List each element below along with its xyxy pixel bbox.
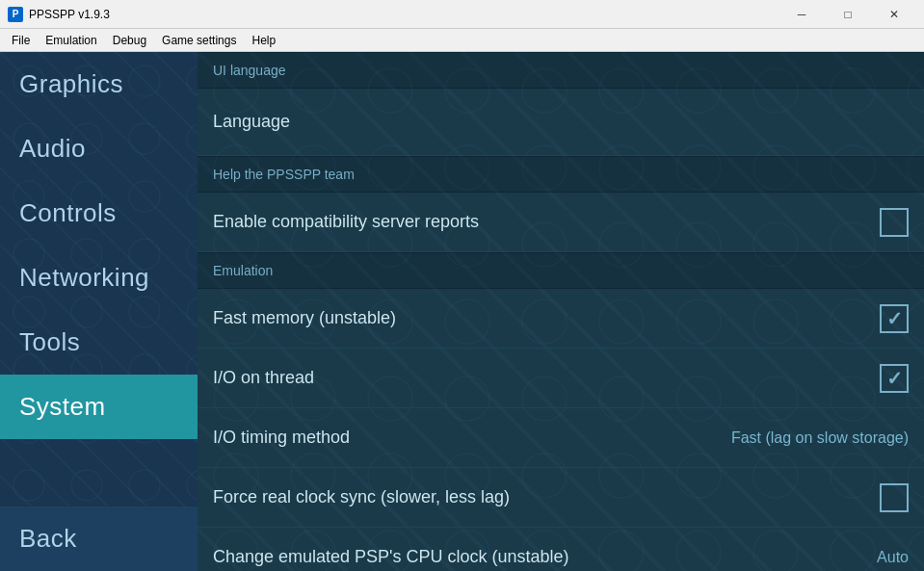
setting-row-io-timing[interactable]: I/O timing method Fast (lag on slow stor… [198, 408, 924, 468]
setting-label-io-thread: I/O on thread [213, 368, 314, 388]
checkbox-io-thread[interactable] [880, 364, 909, 393]
section-header-help: Help the PPSSPP team [198, 156, 924, 193]
maximize-button[interactable]: □ [826, 0, 870, 29]
menu-bar: File Emulation Debug Game settings Help [0, 29, 924, 52]
menu-emulation[interactable]: Emulation [38, 32, 104, 49]
sidebar-item-controls[interactable]: Controls [0, 181, 198, 246]
setting-row-fast-memory[interactable]: Fast memory (unstable) [198, 289, 924, 349]
sidebar-item-tools[interactable]: Tools [0, 310, 198, 375]
setting-value-io-timing: Fast (lag on slow storage) [731, 429, 909, 447]
sidebar: Graphics Audio Controls Networking Tools… [0, 52, 198, 571]
main-content: Graphics Audio Controls Networking Tools… [0, 52, 924, 571]
title-bar: P PPSSPP v1.9.3 ─ □ ✕ [0, 0, 924, 29]
app-title: PPSSPP v1.9.3 [29, 8, 110, 21]
sidebar-item-audio[interactable]: Audio [0, 117, 198, 181]
menu-game-settings[interactable]: Game settings [154, 32, 244, 49]
setting-value-cpu-clock: Auto [877, 549, 909, 566]
setting-label-cpu-clock: Change emulated PSP's CPU clock (unstabl… [213, 547, 569, 567]
setting-row-language[interactable]: Language [198, 89, 924, 156]
sidebar-item-networking[interactable]: Networking [0, 246, 198, 310]
sidebar-item-system[interactable]: System [0, 375, 198, 439]
sidebar-item-back[interactable]: Back [0, 506, 198, 571]
menu-file[interactable]: File [4, 32, 38, 49]
setting-label-compat-server: Enable compatibility server reports [213, 212, 479, 232]
checkbox-compat-server[interactable] [880, 208, 909, 237]
checkbox-fast-memory[interactable] [880, 304, 909, 333]
close-button[interactable]: ✕ [872, 0, 916, 29]
checkbox-clock-sync[interactable] [880, 483, 909, 512]
sidebar-nav: Graphics Audio Controls Networking Tools… [0, 52, 198, 571]
window-controls: ─ □ ✕ [779, 0, 916, 29]
minimize-button[interactable]: ─ [779, 0, 824, 29]
setting-label-io-timing: I/O timing method [213, 428, 350, 448]
setting-row-compat-server[interactable]: Enable compatibility server reports [198, 193, 924, 252]
title-bar-left: P PPSSPP v1.9.3 [8, 7, 110, 22]
sidebar-item-graphics[interactable]: Graphics [0, 52, 198, 117]
setting-row-io-thread[interactable]: I/O on thread [198, 349, 924, 408]
setting-label-language: Language [213, 112, 290, 132]
setting-row-clock-sync[interactable]: Force real clock sync (slower, less lag) [198, 468, 924, 528]
menu-debug[interactable]: Debug [105, 32, 154, 49]
setting-row-cpu-clock[interactable]: Change emulated PSP's CPU clock (unstabl… [198, 528, 924, 571]
setting-label-clock-sync: Force real clock sync (slower, less lag) [213, 487, 510, 507]
setting-label-fast-memory: Fast memory (unstable) [213, 308, 396, 328]
app-icon: P [8, 7, 23, 22]
section-header-ui-language: UI language [198, 52, 924, 89]
settings-panel: UI language Language Help the PPSSPP tea… [198, 52, 924, 571]
menu-help[interactable]: Help [244, 32, 283, 49]
section-header-emulation: Emulation [198, 252, 924, 289]
